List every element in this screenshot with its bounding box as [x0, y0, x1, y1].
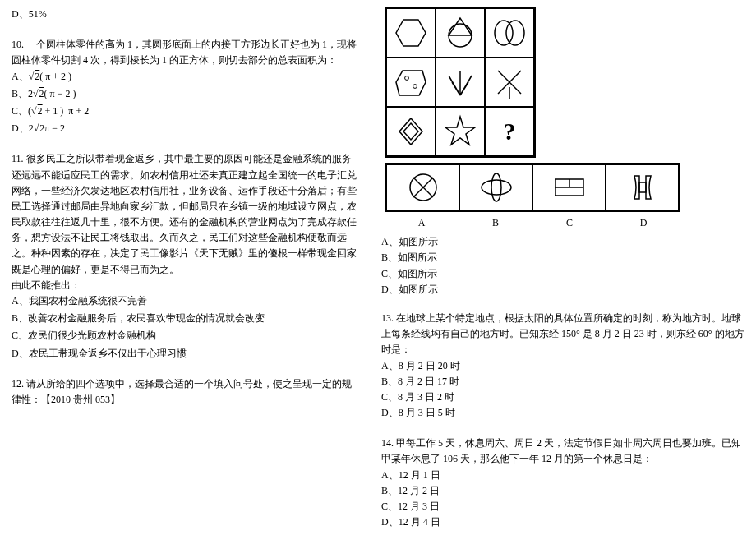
q11-stem: 由此不能推出：: [12, 278, 357, 293]
label-c: C: [532, 215, 606, 231]
grid-cell-3-3: ?: [485, 107, 534, 156]
q10-stem: 10. 一个圆柱体零件的高为 1，其圆形底面上的内接正方形边长正好也为 1，现将…: [12, 37, 357, 68]
q13-option-d: D、8 月 3 日 5 时: [381, 405, 744, 421]
q11-option-c: C、农民们很少光顾农村金融机构: [12, 328, 357, 344]
svg-marker-9: [403, 123, 418, 140]
q12-text: 12. 请从所给的四个选项中，选择最合适的一个填入问号处，使之呈现一定的规律性：…: [12, 376, 357, 408]
grid-cell-2-2: [436, 58, 485, 107]
q12-option-image-a: [386, 164, 459, 210]
q11-option-a: A、我国农村金融系统很不完善: [12, 293, 357, 309]
q12-option-b-text: B、如图所示: [381, 250, 744, 265]
svg-point-3: [495, 21, 513, 45]
svg-marker-0: [396, 20, 426, 46]
q12-option-a-text: A、如图所示: [381, 234, 744, 250]
grid-cell-3-2: [436, 107, 485, 156]
svg-rect-20: [639, 182, 646, 192]
svg-point-15: [482, 180, 511, 195]
grid-cell-2-3: [485, 58, 534, 107]
q13-option-a: A、8 月 2 日 20 时: [381, 358, 744, 374]
svg-point-7: [413, 85, 417, 89]
q13-option-b: B、8 月 2 日 17 时: [381, 374, 744, 390]
q12-option-image-b: [459, 164, 532, 210]
q11-text: 11. 很多民工之所以带着现金返乡，其中最主要的原因可能还是金融系统的服务还远远…: [12, 151, 357, 278]
q12-option-labels: A B C D: [385, 215, 680, 231]
q13-text: 13. 在地球上某个特定地点，根据太阳的具体位置所确定的时刻，称为地方时。地球上…: [381, 311, 744, 358]
grid-cell-1-2: [436, 8, 485, 58]
q12-answer-options-figure: [385, 163, 680, 212]
svg-text:?: ?: [504, 118, 516, 145]
question-10: 10. 一个圆柱体零件的高为 1，其圆形底面上的内接正方形边长正好也为 1，现将…: [12, 37, 357, 136]
q10-option-d: D、2√2π − 2: [12, 121, 357, 136]
q11-option-b: B、改善农村金融服务后，农民喜欢带现金的情况就会改变: [12, 311, 357, 326]
q13-option-c: C、8 月 3 日 2 时: [381, 390, 744, 405]
question-11: 11. 很多民工之所以带着现金返乡，其中最主要的原因可能还是金融系统的服务还远远…: [12, 151, 357, 361]
label-a: A: [385, 215, 459, 231]
q10-option-a: A、√2( π + 2 ): [12, 69, 357, 85]
q11-option-d: D、农民工带现金返乡不仅出于心理习惯: [12, 346, 357, 362]
label-b: B: [459, 215, 532, 231]
q14-option-d: D、12 月 4 日: [381, 514, 744, 530]
svg-marker-10: [445, 117, 475, 145]
q14-option-c: C、12 月 3 日: [381, 499, 744, 514]
label-d: D: [606, 215, 680, 231]
q12-option-c-text: C、如图所示: [381, 266, 744, 282]
q12-option-image-c: [532, 164, 606, 210]
q14-option-a: A、12 月 1 日: [381, 468, 744, 483]
svg-point-6: [405, 76, 409, 81]
svg-marker-5: [396, 71, 426, 95]
question-13: 13. 在地球上某个特定地点，根据太阳的具体位置所确定的时刻，称为地方时。地球上…: [381, 311, 744, 421]
grid-cell-1-3: [485, 8, 534, 58]
question-12: 12. 请从所给的四个选项中，选择最合适的一个填入问号处，使之呈现一定的规律性：…: [12, 376, 357, 408]
svg-point-16: [491, 173, 501, 201]
q10-option-b: B、2√2( π − 2 ): [12, 86, 357, 102]
grid-cell-3-1: [386, 107, 436, 156]
prior-option-d: D、51%: [12, 7, 357, 22]
grid-cell-1-1: [386, 8, 436, 58]
svg-point-4: [506, 21, 524, 45]
q12-option-d-text: D、如图所示: [381, 282, 744, 297]
grid-cell-2-1: [386, 58, 436, 107]
q14-option-b: B、12 月 2 日: [381, 483, 744, 499]
q12-figure-grid: ?: [385, 7, 536, 158]
q10-option-c: C、(√2 + 1 ) π + 2: [12, 104, 357, 119]
q12-option-image-d: [606, 164, 679, 210]
q14-text: 14. 甲每工作 5 天，休息周六、周日 2 天，法定节假日如非周六周日也要加班…: [381, 436, 744, 467]
question-14: 14. 甲每工作 5 天，休息周六、周日 2 天，法定节假日如非周六周日也要加班…: [381, 436, 744, 530]
